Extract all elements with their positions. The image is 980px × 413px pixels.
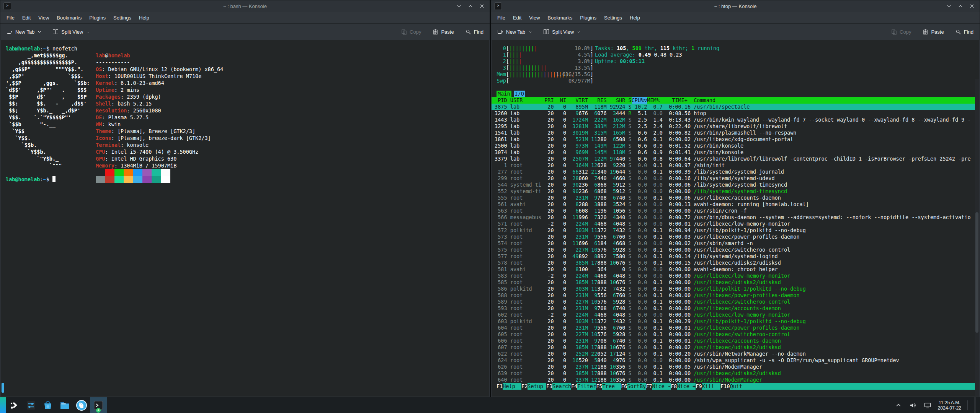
maximize-button[interactable] xyxy=(957,3,964,9)
menu-item-help[interactable]: Help xyxy=(135,12,153,23)
scrollbar-thumb[interactable] xyxy=(2,383,4,393)
find-button[interactable]: Find xyxy=(466,29,483,35)
htop-tab-main[interactable]: Main xyxy=(497,91,511,97)
menu-item-view[interactable]: View xyxy=(525,12,544,23)
column-header-cpu[interactable]: CPU%▽ xyxy=(632,97,647,104)
process-row[interactable]: 299root2002806074404660S0.00.00:00.16/li… xyxy=(492,175,979,182)
process-row[interactable]: 566messagebus2001199673204340S0.00.00:00… xyxy=(492,214,979,221)
column-header-shr[interactable]: SHR xyxy=(607,97,626,104)
librewolf-icon[interactable] xyxy=(73,397,90,413)
process-row[interactable]: 1861lab200521M112806508S0.60.10:00.02/us… xyxy=(492,136,979,143)
process-row[interactable]: 3260lab200967660763444R5.10.00:08.56htop xyxy=(492,110,979,117)
menu-item-settings[interactable]: Settings xyxy=(109,12,135,23)
split-view-button[interactable]: Split View xyxy=(543,29,580,35)
volume-icon[interactable] xyxy=(909,401,917,410)
process-row[interactable]: 605root200227M105765928S0.00.10:00.00/us… xyxy=(492,331,979,338)
close-button[interactable] xyxy=(479,3,485,9)
menu-item-file[interactable]: File xyxy=(3,12,18,23)
fkey-label-help[interactable]: Help xyxy=(503,383,521,390)
fkey-label-nice[interactable]: Nice - xyxy=(652,383,671,390)
column-header-cmd[interactable]: Command xyxy=(691,97,979,104)
process-row[interactable]: 585root200385M1788810676S0.00.10:00.00/u… xyxy=(492,279,979,286)
fkey-label-kill[interactable]: Kill xyxy=(702,383,721,390)
column-header-virt[interactable]: VIRT xyxy=(566,97,588,104)
process-row[interactable]: 574root2001169661844668S0.00.00:00.02/us… xyxy=(492,240,979,247)
column-header-s[interactable]: S xyxy=(625,97,631,104)
fkey-f10[interactable]: F10 xyxy=(720,383,730,390)
menu-item-help[interactable]: Help xyxy=(626,12,644,23)
column-header-ni[interactable]: NI xyxy=(554,97,567,104)
split-view-button[interactable]: Split View xyxy=(52,29,90,35)
close-button[interactable] xyxy=(969,3,975,9)
process-row[interactable]: 1443lab2001724M222M162MS2.51.40:13.43/us… xyxy=(492,117,979,123)
fkey-label-setup[interactable]: Setup xyxy=(528,383,546,390)
menu-item-edit[interactable]: Edit xyxy=(18,12,34,23)
process-row[interactable]: 607root200385M1788810676S0.00.10:00.02/u… xyxy=(492,344,979,351)
fkey-f1[interactable]: F1 xyxy=(497,383,503,390)
process-row[interactable]: 572polkitd200303M113727432S0.00.10:00.94… xyxy=(492,227,979,234)
process-row[interactable]: 624root2001652058404976S0.00.00:00.00/sb… xyxy=(492,357,979,364)
process-row[interactable]: 552systemd-ti2009023668685912S0.00.00:00… xyxy=(492,188,979,195)
digital-clock[interactable]: 11:25 A.M. 2024-07-22 xyxy=(938,400,961,411)
menu-item-edit[interactable]: Edit xyxy=(509,12,525,23)
process-row[interactable]: 622root200252M2205217124S0.00.10:00.20/u… xyxy=(492,351,979,357)
process-row[interactable]: 3074lab200969M145M118MS0.60.90:01.41/usr… xyxy=(492,149,979,156)
display-icon[interactable] xyxy=(923,401,932,410)
menu-item-view[interactable]: View xyxy=(34,12,53,23)
htop-tab-io[interactable]: I/O xyxy=(514,91,525,97)
fkey-f5[interactable]: F5 xyxy=(596,383,602,390)
menu-item-file[interactable]: File xyxy=(493,12,509,23)
process-row[interactable]: 571root-20224M44684048S0.00.00:00.01/usr… xyxy=(492,221,979,227)
process-row[interactable]: 573root200231M95566760S0.00.10:00.03/usr… xyxy=(492,234,979,240)
process-row[interactable]: 575root200227M105765928S0.00.10:00.00/us… xyxy=(492,247,979,253)
fkey-f3[interactable]: F3 xyxy=(546,383,552,390)
scrollbar-thumb[interactable] xyxy=(975,212,978,333)
menu-item-plugins[interactable]: Plugins xyxy=(85,12,109,23)
process-row[interactable]: 2500lab200973M149M122MS0.60.90:01.52/usr… xyxy=(492,143,979,149)
process-row[interactable]: 3295lab2003281M383M212MS2.52.40:22.40/us… xyxy=(492,123,979,130)
scrollbar[interactable] xyxy=(975,79,979,396)
process-row[interactable]: 1root200164M126289220S0.00.10:00.97/sbin… xyxy=(492,162,979,169)
process-row[interactable]: 1541lab2003019M315M165MS0.62.00:06.82/us… xyxy=(492,130,979,136)
app-launcher-icon[interactable] xyxy=(6,397,23,413)
titlebar[interactable]: > ~ : bash — Konsole xyxy=(0,0,490,12)
paste-button[interactable]: Paste xyxy=(433,29,454,35)
terminal-htop[interactable]: 0[|||||||||10.8%]1[||||4.5%]2[||||3.8%]3… xyxy=(492,40,979,397)
process-row[interactable]: 544systemd-ti2009023668685912S0.00.00:00… xyxy=(492,182,979,188)
discover-icon[interactable] xyxy=(39,397,56,413)
htop-column-header[interactable]: PIDUSERPRINIVIRTRESSHRSCPU%▽MEM%TIME+ Co… xyxy=(492,97,979,104)
process-row[interactable]: 603polkitd200303M113727432S0.00.10:00.29… xyxy=(492,318,979,325)
file-manager-icon[interactable] xyxy=(56,397,73,413)
process-row[interactable]: 277root200663122134019644S0.00.10:00.39/… xyxy=(492,169,979,175)
launcher-gradient-icon[interactable] xyxy=(0,397,6,413)
process-row[interactable]: 639root200385M1788810676S0.00.10:00.00/u… xyxy=(492,370,979,377)
menu-item-bookmarks[interactable]: Bookmarks xyxy=(544,12,576,23)
process-row[interactable]: 586polkitd200303M113727432S0.00.10:00.00… xyxy=(492,286,979,292)
column-header-pid[interactable]: PID xyxy=(492,97,507,104)
column-header-mem[interactable]: MEM% xyxy=(647,97,663,104)
process-row[interactable]: 555root200231M97086740S0.00.10:00.06/usr… xyxy=(492,195,979,201)
copy-button[interactable]: Copy xyxy=(401,29,421,35)
menu-item-settings[interactable]: Settings xyxy=(600,12,626,23)
menu-item-plugins[interactable]: Plugins xyxy=(576,12,600,23)
copy-button[interactable]: Copy xyxy=(891,29,911,35)
fkey-f7[interactable]: F7 xyxy=(646,383,652,390)
fkey-f6[interactable]: F6 xyxy=(621,383,627,390)
process-row[interactable]: 578root200385M1788810676S0.00.10:00.15/u… xyxy=(492,260,979,266)
process-row[interactable]: 3379lab2002507M122M97440S0.60.80:00.64/u… xyxy=(492,156,979,162)
fkey-label-tree[interactable]: Tree xyxy=(602,383,621,390)
column-header-time[interactable]: TIME+ xyxy=(663,97,691,104)
process-row[interactable]: 606root200231M97086740S0.00.10:00.01/usr… xyxy=(492,338,979,344)
new-tab-button[interactable]: New Tab xyxy=(497,29,532,35)
minimize-button[interactable] xyxy=(456,3,462,9)
fkey-f9[interactable]: F9 xyxy=(696,383,702,390)
process-row[interactable]: 589root200227M105765928S0.00.10:00.00/us… xyxy=(492,299,979,305)
fkey-label-filter[interactable]: Filter xyxy=(577,383,596,390)
column-header-res[interactable]: RES xyxy=(588,97,607,104)
process-row[interactable]: 640root200237M1218810356S0.00.10:00.00/u… xyxy=(492,377,979,383)
process-row[interactable]: 563root200660811961056S0.00.00:00.00/usr… xyxy=(492,208,979,214)
process-row[interactable]: 604root200231M95566760S0.00.10:00.01/usr… xyxy=(492,325,979,331)
column-header-pri[interactable]: PRI xyxy=(541,97,554,104)
process-row[interactable]: 593root200231M97086740S0.00.10:00.00/usr… xyxy=(492,305,979,312)
terminal-bash[interactable]: lab@homelab:~$ neofetch _,met$$$$$gg. ,g… xyxy=(1,40,489,397)
